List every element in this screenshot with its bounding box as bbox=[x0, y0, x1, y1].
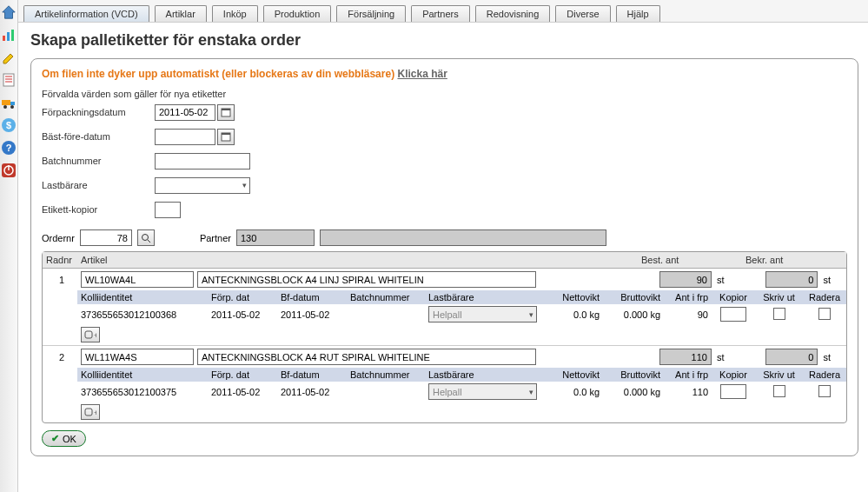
warning-link[interactable]: Klicka här bbox=[397, 68, 447, 80]
svg-rect-19 bbox=[222, 109, 230, 110]
nettovikt: 0.0 kg bbox=[547, 385, 603, 399]
batch-val bbox=[347, 313, 425, 316]
top-tabs: Artikelinformation (VCD) Artiklar Inköp … bbox=[18, 0, 868, 23]
forp-date: 2011-05-02 bbox=[208, 385, 277, 399]
batch-val bbox=[347, 390, 425, 394]
lastbarare-select[interactable]: Helpall bbox=[428, 383, 537, 400]
bast-date-input[interactable] bbox=[155, 129, 215, 145]
best-qty: 90 bbox=[659, 271, 712, 288]
order-grid: Radnr Artikel Best. ant Bekr. ant 1 90 s… bbox=[42, 251, 847, 423]
col-radnr: Radnr bbox=[43, 252, 77, 268]
tab-artiklar[interactable]: Artiklar bbox=[155, 5, 207, 22]
svg-line-23 bbox=[148, 240, 150, 243]
svg-point-22 bbox=[142, 234, 148, 240]
label-bast: Bäst-före-datum bbox=[42, 131, 155, 142]
main-panel: Om filen inte dyker upp automatiskt (ell… bbox=[30, 58, 858, 456]
batch-input[interactable] bbox=[155, 153, 250, 170]
article-desc-input[interactable] bbox=[197, 349, 536, 365]
svg-text:?: ? bbox=[6, 143, 12, 153]
tab-forsaljning[interactable]: Försäljning bbox=[336, 5, 406, 22]
defaults-title: Förvalda värden som gäller för nya etike… bbox=[42, 89, 847, 99]
nettovikt: 0.0 kg bbox=[547, 308, 603, 322]
unit-label: st bbox=[823, 275, 831, 285]
lastbarare-select[interactable]: Helpall bbox=[428, 306, 537, 322]
tab-inkop[interactable]: Inköp bbox=[212, 5, 258, 22]
col-bekr: Bekr. ant bbox=[742, 252, 846, 268]
warning-line: Om filen inte dyker upp automatiskt (ell… bbox=[42, 68, 847, 80]
sub-data-row: 373655653012100368 2011-05-02 2011-05-02… bbox=[77, 304, 846, 324]
sub-header: Kolliidentitet Förp. dat Bf-datum Batchn… bbox=[77, 368, 846, 382]
row-num: 1 bbox=[46, 275, 77, 285]
forpack-date-input[interactable] bbox=[155, 104, 215, 121]
col-artikel: Artikel bbox=[77, 252, 638, 268]
ok-button[interactable]: ✔OK bbox=[42, 430, 86, 447]
skriv-checkbox[interactable] bbox=[773, 308, 785, 320]
bf-date: 2011-05-02 bbox=[277, 385, 347, 399]
unit-label: st bbox=[823, 352, 831, 362]
ant-frp: 90 bbox=[664, 308, 712, 322]
document-icon[interactable] bbox=[0, 71, 17, 89]
tab-hjalp[interactable]: Hjälp bbox=[616, 5, 660, 22]
svg-rect-24 bbox=[85, 331, 92, 338]
help-icon[interactable]: ? bbox=[0, 139, 17, 156]
article-code-input[interactable] bbox=[81, 349, 194, 365]
kopior-input[interactable] bbox=[155, 202, 181, 218]
col-best: Best. ant bbox=[638, 252, 742, 268]
calendar-icon[interactable] bbox=[217, 129, 235, 145]
chart-icon[interactable] bbox=[0, 26, 17, 43]
best-qty: 110 bbox=[659, 349, 712, 365]
truck-icon[interactable] bbox=[0, 94, 17, 111]
tab-redovisning[interactable]: Redovisning bbox=[475, 5, 551, 22]
ordernr-input[interactable] bbox=[80, 229, 132, 246]
edit-icon[interactable] bbox=[0, 49, 17, 66]
calendar-icon[interactable] bbox=[217, 104, 235, 121]
article-desc-input[interactable] bbox=[197, 271, 536, 288]
unit-label: st bbox=[717, 275, 725, 285]
label-forpack: Förpackningsdatum bbox=[42, 107, 155, 117]
tab-diverse[interactable]: Diverse bbox=[555, 5, 610, 22]
kopior-cell-input[interactable] bbox=[720, 384, 746, 399]
sub-data-row: 373655653012100375 2011-05-02 2011-05-02… bbox=[77, 382, 846, 402]
kolli-id: 373655653012100375 bbox=[77, 385, 208, 399]
svg-text:$: $ bbox=[6, 120, 11, 130]
radera-checkbox[interactable] bbox=[818, 308, 831, 320]
table-row: 1 90 st 0 st bbox=[43, 269, 846, 290]
article-code-input[interactable] bbox=[81, 271, 194, 288]
partner-code: 130 bbox=[236, 229, 315, 246]
svg-text:+: + bbox=[94, 409, 96, 417]
row-num: 2 bbox=[46, 352, 77, 362]
sidebar: $ ? bbox=[0, 0, 18, 492]
svg-rect-2 bbox=[11, 30, 14, 41]
home-icon[interactable] bbox=[0, 3, 17, 21]
bf-date: 2011-05-02 bbox=[277, 308, 347, 322]
svg-point-9 bbox=[3, 105, 7, 109]
svg-rect-26 bbox=[85, 409, 92, 416]
bruttovikt: 0.000 kg bbox=[603, 308, 664, 322]
search-icon[interactable] bbox=[137, 229, 155, 246]
radera-checkbox[interactable] bbox=[818, 385, 831, 397]
kolli-id: 373655653012100368 bbox=[77, 308, 208, 322]
tab-produktion[interactable]: Produktion bbox=[263, 5, 332, 22]
add-row-icon[interactable]: + bbox=[81, 404, 100, 420]
tab-partners[interactable]: Partners bbox=[411, 5, 470, 22]
power-icon[interactable] bbox=[0, 162, 17, 179]
unit-label: st bbox=[717, 352, 725, 362]
tab-artikelinfo[interactable]: Artikelinformation (VCD) bbox=[23, 5, 149, 22]
svg-rect-1 bbox=[7, 32, 10, 41]
skriv-checkbox[interactable] bbox=[773, 385, 785, 397]
bekr-qty: 0 bbox=[765, 271, 818, 288]
svg-rect-7 bbox=[2, 100, 10, 105]
sub-header: Kolliidentitet Förp. dat Bf-datum Batchn… bbox=[77, 290, 846, 304]
bekr-qty: 0 bbox=[765, 349, 818, 365]
label-last: Lastbärare bbox=[42, 180, 155, 190]
svg-rect-8 bbox=[10, 102, 15, 105]
svg-point-10 bbox=[10, 105, 14, 109]
page-title: Skapa palletiketter för enstaka order bbox=[30, 31, 858, 50]
add-row-icon[interactable]: + bbox=[81, 327, 100, 342]
table-row: 2 110 st 0 st bbox=[43, 346, 846, 368]
bruttovikt: 0.000 kg bbox=[603, 385, 664, 399]
lastbarare-dropdown[interactable] bbox=[155, 177, 250, 194]
currency-icon[interactable]: $ bbox=[0, 116, 17, 134]
label-ordernr: Ordernr bbox=[42, 233, 75, 243]
kopior-cell-input[interactable] bbox=[720, 307, 746, 322]
